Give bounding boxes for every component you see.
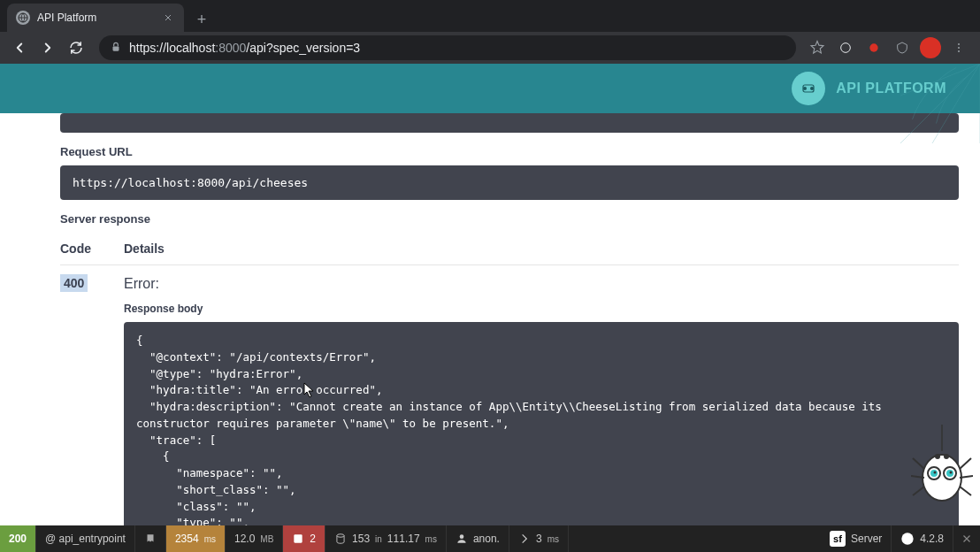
extension-icon-3[interactable]	[892, 37, 913, 58]
main-content[interactable]: Request URL https://localhost:8000/api/c…	[0, 113, 980, 525]
page-header: API PLATFORM	[0, 64, 980, 113]
tab-title: API Platform	[37, 12, 154, 24]
status-code: 400	[60, 276, 124, 525]
svg-point-2	[841, 43, 851, 53]
response-row: 400 Error: Response body { "@context": "…	[60, 265, 959, 525]
svg-point-23	[902, 533, 914, 544]
svg-point-22	[460, 534, 464, 539]
back-button[interactable]	[7, 35, 32, 60]
svg-point-5	[958, 47, 960, 49]
svg-point-6	[958, 50, 960, 52]
url-text: https://localhost:8000/api?spec_version=…	[129, 41, 360, 55]
debug-ghost-icon[interactable]	[135, 525, 166, 552]
debug-route[interactable]: @ api_entrypoint	[36, 525, 135, 552]
response-body-label: Response body	[124, 303, 959, 315]
debug-memory[interactable]: 12.0 MB	[226, 525, 283, 552]
symfony-badge-icon: sf	[830, 531, 846, 547]
request-url-label: Request URL	[60, 145, 959, 158]
debug-sf-version[interactable]: 4.2.8	[892, 525, 953, 552]
svg-point-4	[958, 43, 960, 45]
debug-server[interactable]: sf Server	[821, 525, 892, 552]
svg-point-21	[337, 534, 344, 538]
star-icon[interactable]	[807, 37, 828, 58]
debug-user[interactable]: anon.	[447, 525, 509, 552]
svg-point-3	[869, 43, 877, 51]
svg-rect-20	[295, 534, 302, 542]
symfony-debug-toolbar: 200 @ api_entrypoint 2354 ms 12.0 MB 2 1…	[0, 525, 980, 552]
profile-avatar[interactable]	[920, 37, 941, 58]
debug-errors[interactable]: 2	[283, 525, 325, 552]
menu-icon[interactable]	[948, 37, 969, 58]
debug-elapsed[interactable]: 3 ms	[509, 525, 569, 552]
lock-icon	[110, 41, 122, 56]
extension-icon-2[interactable]	[863, 37, 884, 58]
debug-queries[interactable]: 153 in 111.17 ms	[325, 525, 447, 552]
logo-text: API PLATFORM	[836, 80, 946, 96]
request-url-value: https://localhost:8000/api/cheeses	[60, 165, 959, 200]
forward-button[interactable]	[35, 35, 60, 60]
server-response-label: Server response	[60, 212, 959, 226]
debug-close-button[interactable]	[953, 533, 980, 545]
browser-tab-strip: API Platform +	[0, 0, 980, 32]
new-tab-button[interactable]: +	[189, 7, 214, 32]
reload-button[interactable]	[64, 35, 88, 60]
response-body-content[interactable]: { "@context": "/api/contexts/Error", "@t…	[124, 322, 959, 525]
debug-status[interactable]: 200	[0, 525, 36, 552]
logo[interactable]: API PLATFORM	[792, 72, 946, 105]
debug-time[interactable]: 2354 ms	[166, 525, 226, 552]
request-body-box	[60, 113, 959, 133]
error-label: Error:	[124, 276, 959, 292]
browser-tab[interactable]: API Platform	[7, 4, 184, 32]
tab-favicon-icon	[16, 11, 30, 25]
address-bar[interactable]: https://localhost:8000/api?spec_version=…	[99, 35, 796, 60]
svg-rect-1	[113, 46, 119, 50]
logo-icon	[792, 72, 825, 105]
details-column-header: Details	[124, 242, 959, 256]
tab-close-icon[interactable]	[161, 11, 175, 25]
browser-toolbar: https://localhost:8000/api?spec_version=…	[0, 32, 980, 64]
response-header-row: Code Details	[60, 233, 959, 265]
extension-icon-1[interactable]	[835, 37, 856, 58]
code-column-header: Code	[60, 242, 124, 256]
